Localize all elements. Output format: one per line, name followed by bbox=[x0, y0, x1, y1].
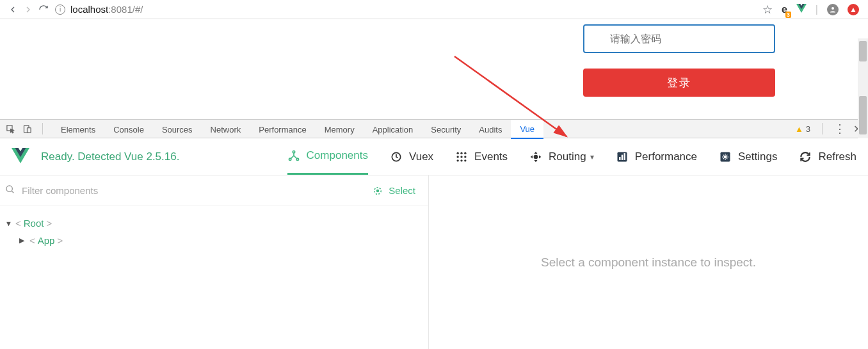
device-toolbar-icon[interactable] bbox=[22, 124, 32, 134]
svg-point-17 bbox=[464, 156, 466, 158]
password-input[interactable] bbox=[583, 24, 775, 53]
svg-rect-23 bbox=[619, 157, 621, 160]
vue-logo-icon bbox=[12, 147, 29, 167]
login-form: 登录 bbox=[583, 24, 775, 97]
vuex-icon bbox=[390, 150, 403, 163]
vue-extension-icon[interactable] bbox=[796, 3, 807, 16]
svg-point-0 bbox=[832, 7, 834, 10]
svg-point-19 bbox=[460, 159, 462, 161]
component-tree: ▼ <Root> ▶ <App> bbox=[0, 206, 428, 264]
page-content: 登录 bbox=[0, 19, 868, 119]
tab-components[interactable]: Components bbox=[287, 138, 368, 175]
site-info-icon[interactable]: i bbox=[55, 4, 65, 15]
select-component-button[interactable]: Select bbox=[372, 185, 423, 197]
svg-rect-7 bbox=[27, 127, 31, 133]
devtools-more-icon[interactable]: ⋮ bbox=[834, 122, 846, 136]
devtools-tab-audits[interactable]: Audits bbox=[470, 120, 511, 139]
svg-point-16 bbox=[460, 156, 462, 158]
tab-events[interactable]: Events bbox=[455, 138, 508, 175]
profile-avatar-icon[interactable] bbox=[827, 4, 839, 15]
url-host: localhost bbox=[70, 4, 108, 15]
refresh-icon bbox=[799, 150, 812, 163]
svg-rect-25 bbox=[623, 153, 625, 160]
svg-point-18 bbox=[457, 159, 459, 161]
update-icon[interactable]: ▲ bbox=[848, 4, 859, 15]
bookmark-icon[interactable]: ☆ bbox=[762, 3, 773, 17]
events-icon bbox=[455, 150, 468, 163]
svg-point-27 bbox=[724, 155, 727, 158]
devtools-tab-application[interactable]: Application bbox=[364, 120, 422, 139]
svg-line-29 bbox=[12, 191, 13, 193]
warnings-badge[interactable]: ▲3 bbox=[795, 124, 810, 134]
devtools-tab-performance[interactable]: Performance bbox=[250, 120, 315, 139]
address-bar[interactable]: i localhost:8081/#/ bbox=[55, 4, 762, 15]
inspector-panel: Select a component instance to inspect. bbox=[429, 175, 868, 349]
reload-button[interactable] bbox=[36, 2, 51, 17]
devtools-tab-security[interactable]: Security bbox=[422, 120, 470, 139]
tree-node-root[interactable]: ▼ <Root> bbox=[5, 218, 423, 229]
svg-point-13 bbox=[460, 152, 462, 154]
inspector-placeholder: Select a component instance to inspect. bbox=[541, 256, 756, 270]
login-button[interactable]: 登录 bbox=[583, 69, 775, 97]
filter-components-input[interactable] bbox=[22, 185, 372, 196]
vue-devtools-body: Select ▼ <Root> ▶ <App> Select a compone… bbox=[0, 175, 868, 349]
routing-icon bbox=[529, 150, 542, 163]
devtools-tab-network[interactable]: Network bbox=[202, 120, 250, 139]
svg-point-28 bbox=[6, 186, 12, 191]
search-icon bbox=[5, 184, 15, 197]
tab-routing[interactable]: Routing ▾ bbox=[529, 138, 594, 175]
tab-performance[interactable]: Performance bbox=[616, 138, 697, 175]
page-scrollbar[interactable] bbox=[858, 38, 868, 138]
toolbar-divider: | bbox=[816, 4, 818, 15]
components-icon bbox=[287, 149, 300, 162]
back-button[interactable] bbox=[5, 2, 20, 17]
forward-button[interactable] bbox=[20, 2, 36, 17]
url-hash: /#/ bbox=[133, 4, 143, 15]
settings-icon bbox=[719, 150, 732, 163]
svg-point-20 bbox=[464, 159, 466, 161]
svg-point-21 bbox=[534, 155, 538, 158]
extension-e-icon[interactable]: e 3 bbox=[782, 4, 787, 15]
disclosure-triangle-icon[interactable]: ▼ bbox=[5, 220, 13, 227]
devtools-tab-console[interactable]: Console bbox=[104, 120, 153, 139]
vue-status-text: Ready. Detected Vue 2.5.16. bbox=[41, 150, 179, 163]
disclosure-triangle-icon[interactable]: ▶ bbox=[19, 236, 27, 245]
devtools-tab-memory[interactable]: Memory bbox=[316, 120, 364, 139]
svg-point-8 bbox=[293, 151, 294, 153]
toolbar-right: ☆ e 3 | ▲ bbox=[762, 3, 863, 17]
devtools-tab-elements[interactable]: Elements bbox=[52, 120, 104, 139]
svg-point-12 bbox=[457, 152, 459, 154]
browser-toolbar: i localhost:8081/#/ ☆ e 3 | ▲ bbox=[0, 0, 868, 19]
vue-devtools-header: Ready. Detected Vue 2.5.16. Components V… bbox=[0, 138, 868, 175]
tab-vuex[interactable]: Vuex bbox=[390, 138, 433, 175]
chevron-down-icon: ▾ bbox=[590, 152, 594, 161]
devtools-tab-vue[interactable]: Vue bbox=[511, 120, 543, 139]
svg-point-15 bbox=[457, 156, 459, 158]
svg-point-31 bbox=[377, 190, 379, 191]
components-panel: Select ▼ <Root> ▶ <App> bbox=[0, 175, 429, 349]
tree-node-app[interactable]: ▶ <App> bbox=[19, 235, 423, 246]
svg-rect-24 bbox=[621, 154, 623, 159]
devtools-tabstrip: ElementsConsoleSourcesNetworkPerformance… bbox=[0, 119, 868, 138]
svg-point-14 bbox=[464, 152, 466, 154]
target-icon bbox=[372, 185, 383, 197]
inspect-element-icon[interactable] bbox=[5, 124, 15, 134]
tab-settings[interactable]: Settings bbox=[719, 138, 777, 175]
url-port: :8081 bbox=[108, 4, 133, 15]
devtools-tab-sources[interactable]: Sources bbox=[153, 120, 202, 139]
refresh-button[interactable]: Refresh bbox=[799, 138, 856, 175]
performance-icon bbox=[616, 150, 629, 163]
